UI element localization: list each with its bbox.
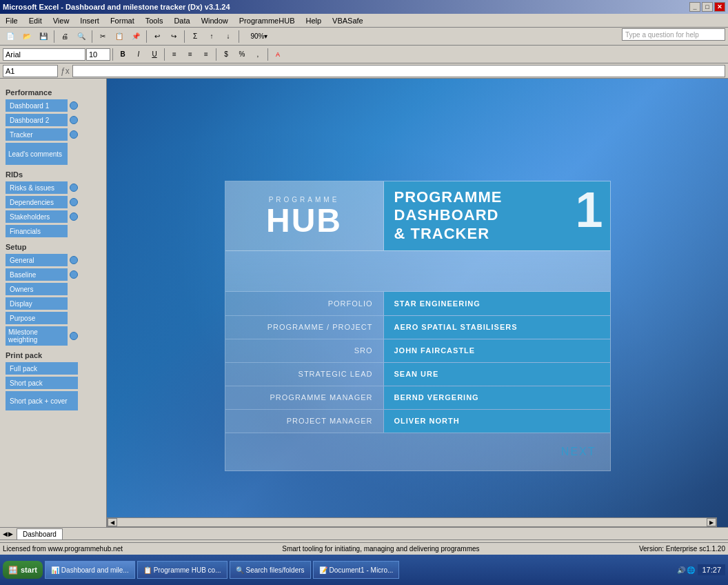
data-row-project-manager: PROJECT MANAGER OLIVER NORTH: [225, 409, 610, 433]
align-left-btn[interactable]: ≡: [167, 47, 182, 62]
sidebar-shortpackcover-btn[interactable]: Short pack + cover: [6, 391, 101, 410]
start-button[interactable]: 🪟 start: [3, 561, 43, 579]
sidebar-leads-btn[interactable]: Lead's comments: [6, 143, 101, 165]
help-placeholder: Type a question for help: [625, 31, 699, 39]
new-btn[interactable]: 📄: [3, 29, 18, 44]
italic-btn[interactable]: I: [131, 47, 146, 62]
scroll-right-btn[interactable]: ▶: [707, 518, 716, 526]
stakeholders-label[interactable]: Stakeholders: [6, 210, 68, 223]
underline-btn[interactable]: U: [147, 47, 162, 62]
preview-btn[interactable]: 🔍: [74, 29, 89, 44]
milestone-label[interactable]: Milestone weighting: [6, 326, 68, 346]
taskbar-item-3[interactable]: 📝 Document1 - Micro...: [313, 561, 400, 579]
align-right-btn[interactable]: ≡: [199, 47, 214, 62]
shortpack-label[interactable]: Short pack: [6, 377, 78, 389]
minimize-btn[interactable]: _: [689, 2, 700, 12]
restore-btn[interactable]: □: [702, 2, 713, 12]
menu-edit[interactable]: Edit: [26, 16, 45, 26]
sidebar-dashboard1-btn[interactable]: Dashboard 1: [6, 99, 101, 112]
menu-file[interactable]: File: [3, 16, 21, 26]
menu-format[interactable]: Format: [108, 16, 137, 26]
sidebar-general-btn[interactable]: General: [6, 254, 101, 266]
sidebar-purpose-btn[interactable]: Purpose: [6, 312, 101, 324]
font-size-input[interactable]: [86, 48, 110, 61]
undo-btn[interactable]: ↩: [150, 29, 165, 44]
menu-view[interactable]: View: [50, 16, 72, 26]
paste-btn[interactable]: 📌: [128, 29, 143, 44]
taskbar-label-2: Search files/folders: [246, 566, 305, 574]
sidebar-fullpack-btn[interactable]: Full pack: [6, 362, 101, 375]
font-color-btn[interactable]: A: [270, 47, 285, 62]
sidebar-risks-btn[interactable]: Risks & issues: [6, 181, 101, 194]
sro-label: SRO: [225, 339, 384, 362]
header-line2: & TRACKER: [394, 225, 600, 243]
baseline-dot: [70, 270, 78, 279]
menu-insert[interactable]: Insert: [77, 16, 102, 26]
taskbar-item-0[interactable]: 📊 Dashboard and mile...: [45, 561, 135, 579]
sidebar-stakeholders-btn[interactable]: Stakeholders: [6, 210, 101, 223]
baseline-label[interactable]: Baseline: [6, 268, 68, 281]
help-input[interactable]: Type a question for help: [622, 28, 725, 41]
menu-data[interactable]: Data: [171, 16, 192, 26]
menu-window[interactable]: Window: [199, 16, 231, 26]
shortpackcover-label[interactable]: Short pack + cover: [6, 391, 78, 410]
sidebar-milestone-btn[interactable]: Milestone weighting: [6, 326, 101, 346]
sidebar-display-btn[interactable]: Display: [6, 297, 101, 310]
dashboard2-label[interactable]: Dashboard 2: [6, 114, 68, 126]
taskbar-icon-0: 📊: [51, 566, 59, 574]
copy-btn[interactable]: 📋: [112, 29, 127, 44]
menu-help[interactable]: Help: [303, 16, 324, 26]
sort-desc-btn[interactable]: ↓: [221, 29, 236, 44]
align-center-btn[interactable]: ≡: [183, 47, 198, 62]
dashboard1-label[interactable]: Dashboard 1: [6, 99, 68, 112]
menu-vbasafe[interactable]: VBASafe: [330, 16, 366, 26]
print-btn[interactable]: 🖨: [57, 29, 72, 44]
purpose-label[interactable]: Purpose: [6, 312, 68, 324]
sheet-tab-next[interactable]: ▶: [8, 531, 13, 537]
redo-btn[interactable]: ↪: [166, 29, 181, 44]
display-label[interactable]: Display: [6, 297, 68, 310]
open-btn[interactable]: 📂: [19, 29, 34, 44]
dependencies-label[interactable]: Dependencies: [6, 196, 68, 208]
menu-programmehub[interactable]: ProgrammeHUB: [236, 16, 298, 26]
sheet-tab-prev[interactable]: ◀: [3, 531, 8, 537]
scroll-left-btn[interactable]: ◀: [108, 518, 117, 526]
project-manager-value: OLIVER NORTH: [384, 410, 610, 433]
next-button[interactable]: NEXT: [561, 446, 596, 458]
sidebar-owners-btn[interactable]: Owners: [6, 283, 101, 295]
taskbar-item-2[interactable]: 🔍 Search files/folders: [230, 561, 311, 579]
owners-label[interactable]: Owners: [6, 283, 68, 295]
header-line1: PROGRAMME DASHBOARD: [394, 188, 600, 225]
menu-tools[interactable]: Tools: [143, 16, 166, 26]
font-name-input[interactable]: [3, 48, 85, 61]
save-btn[interactable]: 💾: [36, 29, 51, 44]
leads-label[interactable]: Lead's comments: [6, 143, 68, 165]
formula-input[interactable]: [72, 65, 725, 77]
sidebar-baseline-btn[interactable]: Baseline: [6, 268, 101, 281]
percent-btn[interactable]: %: [234, 47, 250, 62]
sum-btn[interactable]: Σ: [188, 29, 203, 44]
scrollbar-horizontal[interactable]: ◀ ▶: [107, 517, 717, 527]
general-label[interactable]: General: [6, 254, 68, 266]
sidebar-financials-btn[interactable]: Financials: [6, 225, 101, 237]
general-dot: [70, 256, 78, 264]
name-box-input[interactable]: [3, 65, 58, 77]
zoom-btn[interactable]: 90%▾: [242, 29, 276, 44]
tracker-label[interactable]: Tracker: [6, 128, 68, 141]
bold-btn[interactable]: B: [115, 47, 130, 62]
comma-btn[interactable]: ,: [250, 47, 265, 62]
sidebar-dependencies-btn[interactable]: Dependencies: [6, 196, 101, 208]
sidebar-shortpack-btn[interactable]: Short pack: [6, 377, 101, 389]
risks-label[interactable]: Risks & issues: [6, 181, 68, 194]
rids-section-title: RIDs: [6, 170, 101, 179]
sidebar-tracker-btn[interactable]: Tracker: [6, 128, 101, 141]
sidebar-dashboard2-btn[interactable]: Dashboard 2: [6, 114, 101, 126]
fullpack-label[interactable]: Full pack: [6, 362, 78, 375]
sheet-tab-dashboard[interactable]: Dashboard: [17, 528, 63, 539]
sort-asc-btn[interactable]: ↑: [204, 29, 219, 44]
close-btn[interactable]: ✕: [714, 2, 725, 12]
taskbar-item-1[interactable]: 📋 Programme HUB co...: [137, 561, 228, 579]
currency-btn[interactable]: $: [219, 47, 234, 62]
financials-label[interactable]: Financials: [6, 225, 68, 237]
cut-btn[interactable]: ✂: [95, 29, 110, 44]
